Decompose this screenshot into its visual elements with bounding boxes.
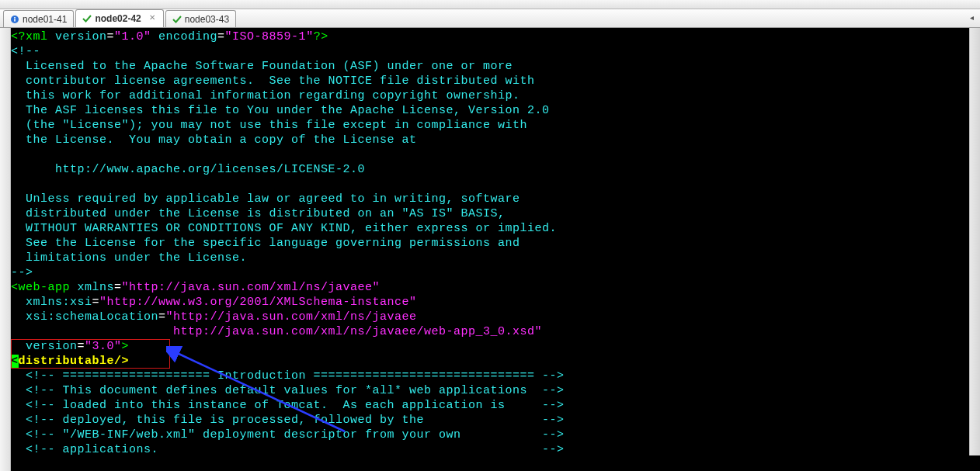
- code-line: <!-- "/WEB-INF/web.xml" deployment descr…: [11, 428, 969, 442]
- code-line: <?xml version="1.0" encoding="ISO-8859-1…: [11, 29, 969, 44]
- code-line: contributor license agreements. See the …: [11, 74, 969, 88]
- tab-node03-43[interactable]: node03-43: [165, 10, 236, 27]
- check-icon: [82, 14, 92, 23]
- editor-pane: <?xml version="1.0" encoding="ISO-8859-1…: [0, 28, 980, 471]
- code-line: (the "License"); you may not use this fi…: [11, 118, 969, 133]
- code-line: http://java.sun.com/xml/ns/javaee/web-ap…: [11, 324, 969, 339]
- code-editor[interactable]: <?xml version="1.0" encoding="ISO-8859-1…: [11, 28, 969, 471]
- code-line: <distributable/>: [11, 354, 969, 369]
- code-line: version="3.0">: [11, 339, 969, 354]
- code-line: The ASF licenses this file to You under …: [11, 103, 969, 118]
- tab-scroll-left-icon[interactable]: ◂: [966, 12, 977, 23]
- code-line: xmlns:xsi="http://www.w3.org/2001/XMLSch…: [11, 295, 969, 310]
- svg-rect-1: [14, 17, 16, 19]
- info-icon: [10, 15, 19, 24]
- code-line: <web-app xmlns="http://java.sun.com/xml/…: [11, 280, 969, 295]
- code-line: WITHOUT WARRANTIES OR CONDITIONS OF ANY …: [11, 221, 969, 236]
- left-gutter: [0, 28, 11, 471]
- close-icon[interactable]: ✕: [148, 14, 157, 23]
- code-line: -->: [11, 265, 969, 280]
- tab-node02-42[interactable]: node02-42✕: [75, 9, 163, 27]
- code-line: limitations under the License.: [11, 251, 969, 265]
- tab-bar: node01-41node02-42✕node03-43 ◂: [0, 9, 980, 28]
- tab-node01-41[interactable]: node01-41: [3, 10, 74, 27]
- code-line: http://www.apache.org/licenses/LICENSE-2…: [11, 162, 969, 177]
- toolbar-strip: [0, 0, 980, 9]
- tab-label: node01-41: [23, 11, 67, 28]
- vim-status-line: "/webapps/myapp/WEB-INF/web.xml" 4675L, …: [0, 455, 980, 471]
- code-line: this work for additional information reg…: [11, 88, 969, 103]
- code-line: distributed under the License is distrib…: [11, 206, 969, 221]
- svg-rect-2: [14, 19, 16, 21]
- code-line: <!-- loaded into this instance of Tomcat…: [11, 398, 969, 413]
- code-line: Unless required by applicable law or agr…: [11, 192, 969, 206]
- tab-label: node02-42: [95, 10, 141, 27]
- tab-label: node03-43: [185, 11, 229, 28]
- code-line: the License. You may obtain a copy of th…: [11, 133, 969, 147]
- code-line: <!-- ==================== Introduction =…: [11, 369, 969, 383]
- vertical-scrollbar[interactable]: [969, 28, 980, 455]
- code-line: xsi:schemaLocation="http://java.sun.com/…: [11, 310, 969, 324]
- code-line: <!--: [11, 44, 969, 59]
- code-line: <!-- deployed, this file is processed, f…: [11, 413, 969, 428]
- code-line: [11, 147, 969, 162]
- code-line: See the License for the specific languag…: [11, 236, 969, 251]
- code-line: <!-- This document defines default value…: [11, 383, 969, 398]
- code-line: [11, 177, 969, 192]
- code-line: Licensed to the Apache Software Foundati…: [11, 59, 969, 74]
- check-icon: [172, 15, 182, 24]
